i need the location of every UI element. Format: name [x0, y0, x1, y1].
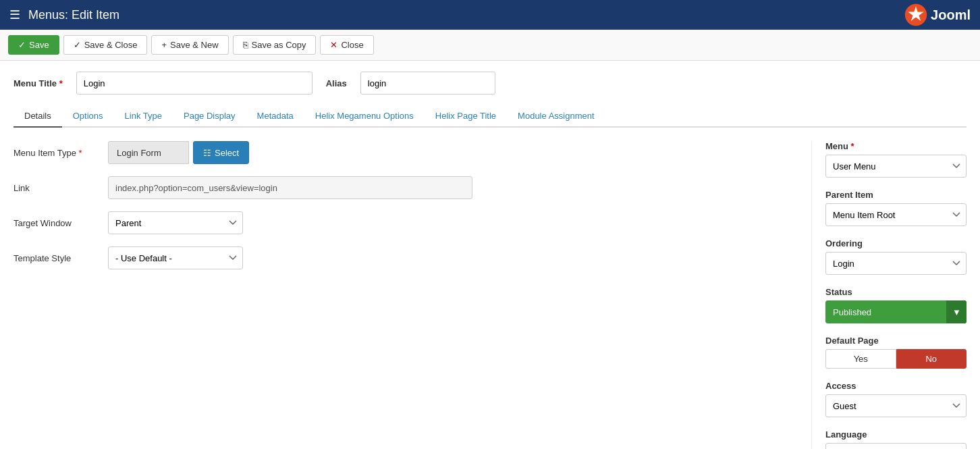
- tab-main: Menu Item Type Login Form ☷ Select Link …: [13, 141, 811, 449]
- save-close-button[interactable]: ✓ Save & Close: [63, 35, 148, 55]
- sidebar-access-field: Access Guest: [825, 381, 967, 417]
- menu-title-input[interactable]: [76, 72, 312, 95]
- sidebar-default-page-label: Default Page: [825, 336, 967, 346]
- joomla-logo-text: Jooml: [931, 7, 971, 23]
- menu-item-type-label: Menu Item Type: [13, 148, 101, 158]
- target-window-select[interactable]: Parent: [108, 211, 243, 234]
- sidebar-parent-item-field: Parent Item Menu Item Root: [825, 190, 967, 226]
- target-window-label: Target Window: [13, 218, 101, 228]
- alias-label: Alias: [326, 78, 347, 88]
- sidebar-ordering-field: Ordering Login: [825, 238, 967, 275]
- save-copy-button[interactable]: ⎘ Save as Copy: [233, 35, 317, 55]
- sidebar-ordering-label: Ordering: [825, 238, 967, 248]
- sidebar-status-select[interactable]: Published: [825, 300, 967, 323]
- copy-icon: ⎘: [243, 40, 248, 50]
- tab-details[interactable]: Details: [13, 105, 62, 128]
- sidebar-parent-item-select[interactable]: Menu Item Root: [825, 203, 967, 226]
- menu-title-label: Menu Title: [13, 78, 63, 88]
- sidebar-default-page-toggle: Yes No: [825, 349, 967, 369]
- menu-title-row: Menu Title Alias: [13, 72, 967, 95]
- target-window-row: Target Window Parent: [13, 211, 791, 234]
- save-copy-label: Save as Copy: [252, 40, 306, 50]
- tab-metadata[interactable]: Metadata: [246, 105, 304, 128]
- select-label: Select: [215, 148, 239, 158]
- sidebar-access-label: Access: [825, 381, 967, 391]
- menu-item-type-value: Login Form: [108, 141, 189, 164]
- sidebar-status-field: Status Published ▼: [825, 287, 967, 323]
- save-new-icon: +: [161, 40, 167, 50]
- template-style-row: Template Style - Use Default -: [13, 246, 791, 269]
- sidebar-language-field: Language: [825, 429, 967, 449]
- template-style-label: Template Style: [13, 253, 101, 263]
- link-row: Link: [13, 176, 791, 199]
- default-page-yes-button[interactable]: Yes: [825, 349, 896, 369]
- tab-content: Menu Item Type Login Form ☷ Select Link …: [13, 141, 967, 449]
- save-button[interactable]: ✓ Save: [8, 35, 59, 55]
- joomla-logo: Jooml: [904, 3, 971, 27]
- save-icon: ✓: [18, 40, 26, 50]
- tab-module-assignment[interactable]: Module Assignment: [507, 105, 605, 128]
- tab-page-display[interactable]: Page Display: [173, 105, 246, 128]
- save-new-button[interactable]: + Save & New: [151, 35, 228, 55]
- template-style-select[interactable]: - Use Default -: [108, 246, 243, 269]
- link-input[interactable]: [108, 176, 472, 199]
- joomla-logo-icon: [904, 3, 928, 27]
- save-label: Save: [29, 40, 49, 50]
- close-label: Close: [341, 40, 363, 50]
- sidebar-default-page-field: Default Page Yes No: [825, 336, 967, 369]
- sidebar-language-select[interactable]: [825, 443, 967, 449]
- default-page-no-button[interactable]: No: [896, 349, 967, 369]
- sidebar-language-label: Language: [825, 429, 967, 440]
- page-title: Menus: Edit Item: [28, 8, 119, 22]
- sidebar-access-select[interactable]: Guest: [825, 394, 967, 417]
- tab-helix-megamenu[interactable]: Helix Megamenu Options: [304, 105, 425, 128]
- main-content: Menu Title Alias Details Options Link Ty…: [0, 61, 980, 449]
- grid-icon: ☷: [203, 148, 211, 158]
- menu-item-type-row: Menu Item Type Login Form ☷ Select: [13, 141, 791, 164]
- tab-sidebar: Menu User Menu Parent Item Menu Item Roo…: [811, 141, 967, 449]
- sidebar-ordering-select[interactable]: Login: [825, 252, 967, 275]
- toolbar: ✓ Save ✓ Save & Close + Save & New ⎘ Sav…: [0, 30, 980, 61]
- sidebar-parent-item-label: Parent Item: [825, 190, 967, 200]
- save-close-label: Save & Close: [84, 40, 138, 50]
- sidebar-status-wrapper: Published ▼: [825, 300, 967, 323]
- tab-link-type[interactable]: Link Type: [114, 105, 173, 128]
- sidebar-menu-field: Menu User Menu: [825, 141, 967, 178]
- topbar: ☰ Menus: Edit Item Jooml: [0, 0, 980, 30]
- sidebar-menu-select[interactable]: User Menu: [825, 155, 967, 178]
- tabs: Details Options Link Type Page Display M…: [13, 105, 967, 128]
- save-new-label: Save & New: [170, 40, 219, 50]
- alias-input[interactable]: [360, 72, 495, 95]
- select-button[interactable]: ☷ Select: [193, 141, 249, 164]
- close-button[interactable]: ✕ Close: [320, 35, 373, 55]
- save-close-icon: ✓: [74, 40, 81, 50]
- topbar-left: ☰ Menus: Edit Item: [9, 7, 119, 22]
- tab-options[interactable]: Options: [62, 105, 114, 128]
- sidebar-menu-label: Menu: [825, 141, 967, 151]
- tab-helix-page-title[interactable]: Helix Page Title: [425, 105, 507, 128]
- menu-item-type-group: Login Form ☷ Select: [108, 141, 249, 164]
- hamburger-icon[interactable]: ☰: [9, 7, 20, 22]
- sidebar-status-label: Status: [825, 287, 967, 297]
- link-label: Link: [13, 183, 101, 193]
- close-icon: ✕: [330, 40, 337, 50]
